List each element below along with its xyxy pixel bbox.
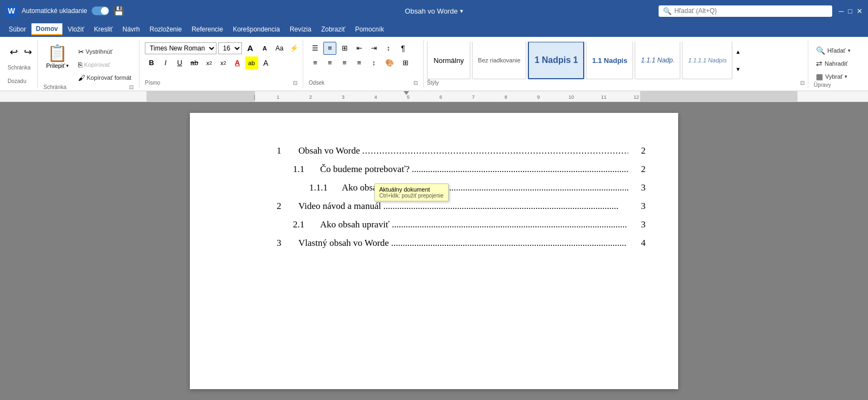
align-right-btn[interactable]: ≡: [338, 56, 351, 69]
list-bullets-btn[interactable]: ☰: [309, 42, 322, 55]
svg-text:|: |: [254, 94, 255, 100]
clipboard-bottom: Schránka ⊡: [43, 84, 135, 91]
find-btn[interactable]: 🔍 Hľadať ▾: [814, 45, 859, 56]
select-btn[interactable]: ▦ Vybrať ▾: [814, 71, 859, 82]
toc-entry-2-1[interactable]: 2.1 Ako obsah upraviť ..................…: [277, 219, 646, 230]
italic-btn[interactable]: I: [159, 56, 172, 69]
menu-kreslit[interactable]: Kresliť: [90, 24, 117, 35]
bold-btn[interactable]: B: [145, 56, 158, 69]
doc-title: Obsah vo Worde ▾: [405, 7, 463, 15]
highlight-btn[interactable]: ab: [245, 56, 258, 69]
styles-group: Normálny Bez riadkovanie 1 Nadpis 1 1.1 …: [425, 40, 808, 88]
pilcrow-btn[interactable]: ¶: [397, 42, 410, 55]
replace-btn[interactable]: ⇄ Nahradiť: [814, 58, 859, 69]
toc-entry-2[interactable]: 2 Video návod a manuál .................…: [277, 201, 646, 212]
increase-indent-btn[interactable]: ⇥: [367, 42, 380, 55]
superscript-btn[interactable]: x2: [217, 56, 230, 69]
menu-korespondencia[interactable]: Korešpondencia: [228, 24, 284, 35]
align-center-btn[interactable]: ≡: [323, 56, 336, 69]
style-nadpis1-1-1[interactable]: 1.1.1 Nadp.: [635, 42, 680, 79]
subscript-btn[interactable]: x2: [203, 56, 216, 69]
font-case-btn[interactable]: Aa: [273, 42, 286, 55]
svg-text:3: 3: [342, 94, 344, 100]
font-size-select[interactable]: 16: [218, 42, 242, 54]
svg-text:12: 12: [634, 94, 639, 100]
style-normal[interactable]: Normálny: [427, 42, 470, 79]
font-expand[interactable]: ⊡: [292, 79, 298, 86]
menu-rozlozenie[interactable]: Rozloženie: [145, 24, 186, 35]
redo-btn[interactable]: ↪: [22, 45, 34, 59]
clipboard-expand[interactable]: ⊡: [128, 84, 135, 91]
copyformat-btn[interactable]: 🖌 Kopírovať formát: [75, 72, 135, 84]
strikethrough-btn[interactable]: ab: [187, 56, 201, 69]
menu-bar: Súbor Domov Vložiť Kresliť Návrh Rozlože…: [0, 22, 868, 37]
style-bez-riadkovania[interactable]: Bez riadkovanie: [472, 42, 526, 79]
close-btn[interactable]: ✕: [857, 7, 863, 15]
toc-entry-1-1[interactable]: 1.1 Čo budeme potrebovať? ..............…: [277, 164, 646, 175]
style-nadpis1-1-1-1[interactable]: 1.1.1.1 Nadpis: [682, 42, 732, 79]
decrease-indent-btn[interactable]: ⇤: [353, 42, 366, 55]
svg-rect-1: [146, 91, 255, 102]
styles-scroll-up[interactable]: ▲: [735, 43, 741, 60]
edit-group-bottom: Úpravy: [814, 82, 859, 88]
toc-entry-1[interactable]: 1 Obsah vo Worde .......................…: [277, 145, 646, 156]
menu-revizia[interactable]: Revízia: [285, 24, 316, 35]
menu-navrh[interactable]: Návrh: [118, 24, 144, 35]
underline-btn[interactable]: U: [173, 56, 186, 69]
restore-btn[interactable]: □: [848, 7, 852, 15]
font-grow-btn[interactable]: A: [244, 42, 257, 55]
ruler-content: | 1 2 3 4 5 6 7 8 9 10 11 12: [0, 91, 868, 101]
sort-btn[interactable]: ↕: [382, 42, 395, 55]
svg-text:5: 5: [407, 94, 410, 100]
menu-zobrazit[interactable]: Zobraziť: [317, 24, 350, 35]
svg-text:9: 9: [537, 94, 540, 100]
copy-btn[interactable]: ⎘ Kopírovať: [75, 59, 135, 71]
menu-vlozit[interactable]: Vložiť: [63, 24, 89, 35]
multilevel-list-btn[interactable]: ⊞: [338, 42, 351, 55]
font-shrink-btn[interactable]: A: [258, 42, 271, 55]
cut-btn[interactable]: ✂ Vystrihnúť: [75, 46, 135, 58]
edit-group: 🔍 Hľadať ▾ ⇄ Nahradiť ▦ Vybrať ▾ Úpravy: [809, 40, 864, 88]
dozadu-label: Schránka: [8, 65, 34, 73]
minimize-btn[interactable]: ─: [839, 7, 844, 15]
doc-area[interactable]: Aktuálny dokument Ctrl+klik: použiť prep…: [0, 102, 868, 400]
paragraph-expand[interactable]: ⊡: [412, 79, 419, 86]
font-color-btn2[interactable]: A: [259, 56, 272, 69]
autosave-toggle[interactable]: [92, 7, 109, 15]
search-bar[interactable]: 🔍: [659, 5, 832, 17]
menu-pomocnik[interactable]: Pomocník: [350, 24, 388, 35]
undo-btn[interactable]: ↩: [8, 45, 20, 59]
title-bar: W Automatické ukladanie 💾 Obsah vo Worde…: [0, 0, 868, 22]
styles-scroll: ▲ ▼: [735, 43, 741, 77]
text-color-btn[interactable]: A: [231, 56, 244, 69]
menu-domov[interactable]: Domov: [31, 23, 62, 35]
toc-entry-3[interactable]: 3 Vlastný obsah vo Worde ...............…: [277, 238, 646, 249]
ribbon: ↩ ↪ Schránka Dozadu 📋 Prilepiť ▾ ✂ Vystr…: [0, 37, 868, 91]
styles-scroll-down[interactable]: ▼: [735, 61, 741, 77]
autosave-label: Automatické ukladanie: [22, 7, 87, 15]
font-clear-btn[interactable]: ⚡: [288, 42, 301, 55]
svg-text:7: 7: [472, 94, 475, 100]
line-spacing-btn[interactable]: ↕: [367, 56, 380, 69]
paragraph-group-bottom: Odsek ⊡: [309, 79, 419, 86]
edit-group-label: Úpravy: [814, 82, 831, 88]
toc-entry-1-1-1[interactable]: 1.1.1 Ako obsah vygenerovať ............…: [277, 182, 646, 193]
styles-group-label: Štýly: [427, 80, 439, 86]
align-left-btn[interactable]: ≡: [309, 56, 322, 69]
search-input[interactable]: [674, 7, 815, 15]
save-icon[interactable]: 💾: [113, 6, 124, 16]
menu-subor[interactable]: Súbor: [4, 24, 30, 35]
svg-rect-2: [640, 91, 797, 102]
list-numbers-btn[interactable]: ≡: [323, 42, 336, 55]
paste-btn[interactable]: 📋 Prilepiť ▾: [43, 42, 72, 71]
style-nadpis1[interactable]: 1 Nadpis 1: [528, 42, 584, 79]
menu-referencie[interactable]: Referencie: [187, 24, 227, 35]
borders-btn[interactable]: ⊞: [399, 56, 412, 69]
align-justify-btn[interactable]: ≡: [353, 56, 366, 69]
font-name-select[interactable]: Times New Roman: [145, 42, 216, 54]
style-nadpis1-1[interactable]: 1.1 Nadpis: [586, 42, 633, 79]
svg-text:11: 11: [601, 94, 607, 100]
styles-expand[interactable]: ⊡: [799, 79, 806, 86]
svg-text:2: 2: [309, 94, 312, 100]
shading-btn[interactable]: 🎨: [382, 56, 397, 69]
